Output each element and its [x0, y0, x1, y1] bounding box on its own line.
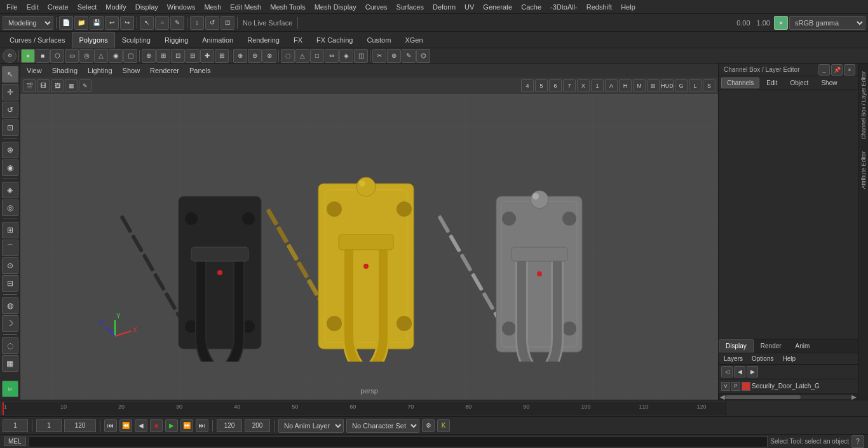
- snap-point-btn[interactable]: ⊙: [2, 257, 18, 274]
- tab-curves-surfaces[interactable]: Curves / Surfaces: [3, 32, 72, 48]
- layer-play-btn[interactable]: P: [731, 382, 740, 391]
- smooth-btn[interactable]: ◌: [281, 49, 295, 63]
- viewport-3d[interactable]: View Shading Lighting Show Renderer Pane…: [20, 64, 718, 400]
- le-tab-anim[interactable]: Anim: [789, 339, 817, 353]
- cylinder-btn[interactable]: ⬡: [50, 49, 64, 63]
- tab-rendering[interactable]: Rendering: [240, 32, 287, 48]
- torus-btn[interactable]: ◎: [79, 49, 93, 63]
- le-next-btn[interactable]: ▶: [747, 366, 758, 377]
- timeline-ruler[interactable]: 1 10 20 30 40 50 60 70 80 90 100 110 120: [3, 402, 726, 415]
- menu-help[interactable]: Help: [617, 2, 639, 12]
- tab-sculpting[interactable]: Sculpting: [115, 32, 158, 48]
- tab-xgen[interactable]: XGen: [398, 32, 430, 48]
- layer-scroll-left-btn[interactable]: ◀: [720, 393, 725, 400]
- scale-btn[interactable]: ⊡: [220, 16, 234, 30]
- xray-btn[interactable]: ◌: [2, 337, 18, 354]
- sculpt-geo-btn[interactable]: ⌬: [416, 49, 430, 63]
- vp-grid-btn[interactable]: ⊞: [647, 79, 660, 92]
- menu-create[interactable]: Create: [44, 2, 72, 12]
- tab-custom[interactable]: Custom: [360, 32, 398, 48]
- vp-camera-btn[interactable]: 🎬: [23, 79, 36, 92]
- le-prev2-btn[interactable]: ◀: [734, 366, 745, 377]
- frame-end-input[interactable]: [64, 419, 96, 432]
- multi-cut-btn[interactable]: ✂: [372, 49, 386, 63]
- insert-loop-btn[interactable]: ⊞: [215, 49, 229, 63]
- cb-minimize-btn[interactable]: _: [818, 64, 830, 76]
- menu-file[interactable]: File: [3, 2, 22, 12]
- reduce-btn[interactable]: ◫: [354, 49, 368, 63]
- target-weld-btn[interactable]: ⊛: [387, 49, 401, 63]
- cone-btn[interactable]: △: [94, 49, 108, 63]
- tab-polygons[interactable]: Polygons: [72, 32, 114, 48]
- separate-btn[interactable]: ⊖: [248, 49, 262, 63]
- help-line-btn[interactable]: ?: [851, 435, 864, 448]
- vp-menu-lighting[interactable]: Lighting: [85, 66, 115, 75]
- menu-mesh[interactable]: Mesh: [200, 2, 225, 12]
- merge-btn[interactable]: ⊟: [186, 49, 200, 63]
- le-prev-btn[interactable]: ◁: [721, 366, 733, 377]
- rotate-lt-btn[interactable]: ↺: [2, 102, 18, 118]
- snap-grid-btn[interactable]: ⊞: [2, 222, 18, 238]
- vp-smooth-btn[interactable]: 1: [591, 79, 604, 92]
- menu-display[interactable]: Display: [132, 2, 162, 12]
- paint-weights-btn[interactable]: ✎: [402, 49, 416, 63]
- vp-xray-btn[interactable]: X: [577, 79, 590, 92]
- move-lt-btn[interactable]: ✛: [2, 84, 18, 100]
- triangulate-btn[interactable]: △: [295, 49, 309, 63]
- vp-aa-btn[interactable]: A: [605, 79, 618, 92]
- vp-film-btn[interactable]: 🎞: [37, 79, 50, 92]
- menu-edit-mesh[interactable]: Edit Mesh: [226, 2, 265, 12]
- bevel-btn[interactable]: ⊞: [156, 49, 170, 63]
- char-set-settings-btn[interactable]: ⚙: [422, 419, 435, 432]
- menu-generate[interactable]: Generate: [479, 2, 516, 12]
- menu-curves[interactable]: Curves: [362, 2, 391, 12]
- tab-fx[interactable]: FX: [287, 32, 309, 48]
- bridge-btn[interactable]: ⊡: [171, 49, 185, 63]
- soft-sel-btn[interactable]: ◉: [2, 160, 18, 176]
- le-menu-help[interactable]: Help: [780, 355, 798, 363]
- play-back-btn[interactable]: ◀: [135, 419, 147, 432]
- layer-row-security[interactable]: V P Security_Door_Latch_G: [719, 379, 858, 393]
- command-line[interactable]: [29, 436, 768, 447]
- select-lt-btn[interactable]: ↖: [2, 66, 18, 83]
- cb-close-btn[interactable]: ×: [844, 64, 855, 76]
- layer-color-swatch[interactable]: [742, 382, 750, 391]
- pipe-btn[interactable]: ▢: [123, 49, 137, 63]
- fill-hole-btn[interactable]: ◈: [339, 49, 353, 63]
- snap-surface-btn[interactable]: ⊟: [2, 275, 18, 292]
- vp-menu-show[interactable]: Show: [120, 66, 143, 75]
- tab-channels[interactable]: Channels: [721, 78, 759, 88]
- menu-mesh-tools[interactable]: Mesh Tools: [266, 2, 309, 12]
- vp-shading1-btn[interactable]: 4: [521, 79, 534, 92]
- frame-start-input[interactable]: [36, 419, 62, 432]
- menu-cache[interactable]: Cache: [517, 2, 545, 12]
- wireframe-on-shade-btn[interactable]: ▦: [2, 355, 18, 372]
- menu-deform[interactable]: Deform: [429, 2, 459, 12]
- extrude-btn[interactable]: ⊕: [142, 49, 156, 63]
- scale-lt-btn[interactable]: ⊡: [2, 119, 18, 136]
- logo-btn[interactable]: M: [2, 381, 18, 397]
- vp-shading2-btn[interactable]: 5: [535, 79, 548, 92]
- le-tab-render[interactable]: Render: [754, 339, 789, 353]
- menu-surfaces[interactable]: Surfaces: [393, 2, 428, 12]
- vp-shading3-btn[interactable]: 6: [549, 79, 562, 92]
- tab-animation[interactable]: Animation: [195, 32, 240, 48]
- play-fwd-btn[interactable]: ▶: [165, 419, 178, 432]
- settings-btn[interactable]: ⚙: [3, 49, 17, 63]
- move-btn[interactable]: ↕: [190, 16, 204, 30]
- new-scene-btn[interactable]: 📄: [59, 16, 73, 30]
- save-btn[interactable]: 💾: [90, 16, 104, 30]
- plane-btn[interactable]: ▭: [65, 49, 79, 63]
- current-frame-input[interactable]: [3, 419, 28, 432]
- tab-fx-caching[interactable]: FX Caching: [309, 32, 360, 48]
- vp-menu-view[interactable]: View: [24, 66, 44, 75]
- vp-gate-btn[interactable]: G: [675, 79, 688, 92]
- layer-scrollbar-track[interactable]: [725, 395, 851, 399]
- disk-btn[interactable]: ◉: [109, 49, 123, 63]
- combine-btn[interactable]: ⊕: [233, 49, 247, 63]
- auto-key-btn[interactable]: K: [437, 419, 450, 432]
- tab-edit[interactable]: Edit: [761, 78, 783, 88]
- menu-mesh-display[interactable]: Mesh Display: [311, 2, 360, 12]
- rotate-btn[interactable]: ↺: [205, 16, 219, 30]
- vp-sel-mask-btn[interactable]: ▦: [65, 79, 78, 92]
